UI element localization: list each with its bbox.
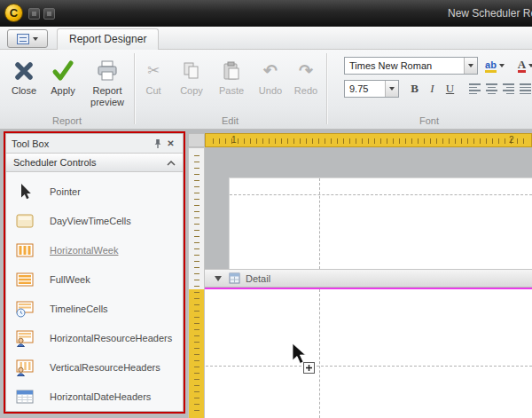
copy-button[interactable]: Copy	[174, 54, 209, 113]
window-title: New Scheduler Report	[448, 0, 532, 27]
apply-button[interactable]: Apply	[43, 54, 82, 113]
toolbox-item-verticalresourceheaders[interactable]: VerticalResourceHeaders	[6, 352, 183, 382]
margin-guide-horizontal	[206, 366, 532, 367]
toolbox-item-horizontalweek[interactable]: HorizontalWeek	[6, 235, 183, 264]
toolbox-item-dayviewtimecells[interactable]: DayViewTimeCells	[6, 206, 183, 235]
redo-icon	[299, 56, 313, 85]
toolbox-item-fullweek[interactable]: FullWeek	[6, 264, 183, 294]
apply-label: Apply	[51, 85, 75, 97]
font-color-button[interactable]: A	[512, 57, 532, 75]
align-justify-button[interactable]	[517, 80, 532, 98]
ruler-mark-2: 2	[509, 135, 514, 145]
cut-button[interactable]: Cut	[137, 54, 169, 113]
italic-button[interactable]: I	[424, 80, 441, 98]
chevron-down-icon	[33, 37, 38, 41]
detail-band-label: Detail	[246, 273, 270, 284]
undo-label: Undo	[259, 85, 282, 97]
font-group-label: Font	[326, 115, 532, 126]
pointer-icon	[15, 183, 35, 201]
toolbox-group-header[interactable]: Scheduler Controls	[6, 153, 183, 172]
align-justify-icon	[520, 82, 531, 96]
paste-icon	[221, 56, 242, 85]
quick-access-icon-1[interactable]	[28, 8, 40, 20]
margin-guide-vertical	[319, 289, 320, 418]
font-family-combo[interactable]: Times New Roman	[344, 57, 478, 75]
vertical-ruler	[188, 147, 205, 418]
redo-button[interactable]: Redo	[289, 54, 323, 113]
close-icon[interactable]	[164, 137, 177, 150]
printer-icon	[96, 56, 119, 85]
toolbox-item-horizontalresourceheaders[interactable]: HorizontalResourceHeaders	[6, 323, 183, 352]
undo-icon	[263, 56, 278, 85]
report-preview-label: Report preview	[84, 85, 130, 108]
margin-guide-vertical	[319, 178, 320, 269]
ruler-mark-1: 1	[231, 135, 237, 145]
chevron-down-icon[interactable]	[385, 81, 398, 97]
toolbox-item-list: Pointer DayViewTimeCells	[6, 172, 183, 411]
align-center-button[interactable]	[483, 80, 499, 98]
ribbon-tab-row: Report Designer	[0, 27, 532, 50]
toolbox-item-pointer[interactable]: Pointer	[6, 177, 183, 206]
apply-check-icon	[51, 56, 75, 85]
toolbox-item-timelinecells[interactable]: TimelineCells	[6, 294, 183, 323]
detail-band-surface[interactable]	[205, 289, 532, 418]
app-logo-icon[interactable]: C	[4, 4, 23, 22]
application-window: C New Scheduler Report Report Designer C…	[0, 0, 532, 418]
edit-group-label: Edit	[134, 115, 326, 126]
font-size-value: 9.75	[345, 83, 385, 94]
bold-button[interactable]: B	[406, 80, 423, 98]
design-surface[interactable]	[229, 177, 532, 269]
ruler-ticks	[207, 138, 529, 144]
align-left-icon	[469, 82, 481, 96]
detail-band-header[interactable]: Detail	[205, 269, 532, 288]
toolbox-header: Tool Box	[6, 134, 183, 153]
redo-label: Redo	[294, 85, 317, 97]
verticalresourceheaders-icon	[15, 359, 35, 376]
toolbox-annotation-box: Tool Box Scheduler Controls	[4, 131, 185, 414]
close-report-button[interactable]: Close	[5, 54, 43, 113]
mouse-cursor-icon	[292, 343, 318, 376]
undo-button[interactable]: Undo	[254, 54, 287, 113]
ribbon: Close Apply Report preview Report Cut	[0, 50, 532, 130]
horizontalresourceheaders-icon	[15, 329, 35, 347]
font-size-combo[interactable]: 9.75	[344, 80, 399, 98]
toolbox-panel: Tool Box Scheduler Controls	[5, 133, 184, 412]
copy-label: Copy	[180, 85, 203, 97]
text-highlight-icon: ab	[485, 59, 497, 73]
underline-button[interactable]: U	[442, 80, 458, 98]
chevron-down-icon[interactable]	[464, 58, 477, 74]
tab-report-designer[interactable]: Report Designer	[57, 28, 159, 51]
ruler-ticks	[194, 150, 200, 415]
paste-label: Paste	[219, 85, 244, 97]
quick-access-icon-2[interactable]	[43, 8, 55, 20]
close-icon	[13, 56, 35, 85]
app-menu-button[interactable]	[7, 29, 48, 48]
title-bar: C New Scheduler Report	[0, 0, 532, 27]
band-collapse-icon[interactable]	[215, 276, 222, 281]
pin-icon[interactable]	[151, 137, 164, 150]
copy-icon	[182, 56, 201, 85]
horizontal-ruler: 1 2	[205, 133, 532, 147]
align-right-button[interactable]	[500, 80, 516, 98]
chevron-up-icon[interactable]	[167, 157, 176, 168]
app-menu-icon	[17, 34, 29, 44]
report-preview-button[interactable]: Report preview	[84, 54, 130, 113]
close-label: Close	[12, 85, 36, 97]
detail-band-icon	[229, 272, 240, 284]
horizontalweek-icon	[15, 241, 35, 259]
toolbox-item-horizontaldateheaders[interactable]: HorizontalDateHeaders	[6, 382, 183, 411]
fullweek-icon	[15, 271, 35, 288]
toolbox-title: Tool Box	[12, 138, 151, 149]
align-center-icon	[486, 82, 497, 96]
chevron-down-icon	[499, 64, 505, 67]
report-group-label: Report	[0, 115, 134, 126]
align-left-button[interactable]	[466, 80, 482, 98]
margin-guide-horizontal	[230, 194, 532, 195]
font-family-value: Times New Roman	[345, 60, 464, 71]
cut-label: Cut	[145, 85, 160, 97]
scissors-icon	[147, 56, 160, 85]
text-highlight-button[interactable]: ab	[482, 57, 507, 75]
dayviewtimecells-icon	[15, 212, 35, 230]
align-right-icon	[503, 82, 514, 96]
paste-button[interactable]: Paste	[213, 54, 250, 113]
